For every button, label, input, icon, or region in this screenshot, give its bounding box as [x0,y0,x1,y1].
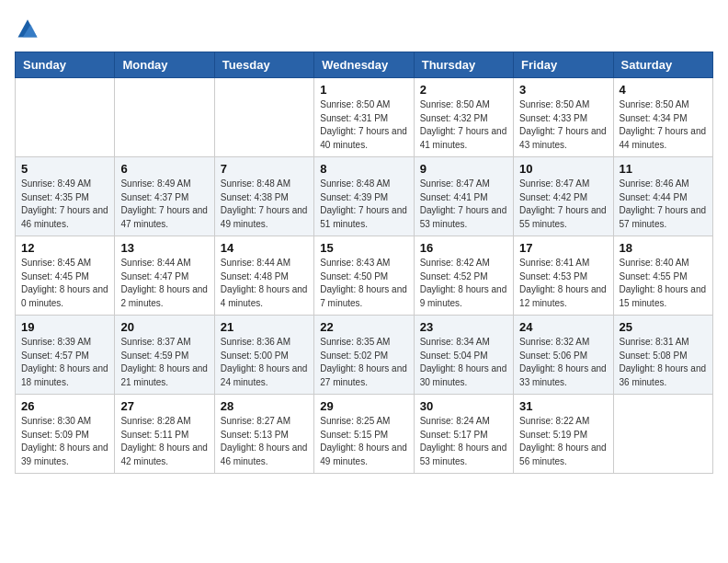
calendar-cell: 15Sunrise: 8:43 AM Sunset: 4:50 PM Dayli… [314,236,414,316]
weekday-header-tuesday: Tuesday [214,52,313,78]
day-number: 3 [519,83,607,97]
calendar-cell [613,395,712,474]
weekday-header-thursday: Thursday [414,52,513,78]
calendar-cell: 23Sunrise: 8:34 AM Sunset: 5:04 PM Dayli… [414,316,513,395]
day-info: Sunrise: 8:44 AM Sunset: 4:48 PM Dayligh… [221,257,308,310]
day-info: Sunrise: 8:31 AM Sunset: 5:08 PM Dayligh… [620,336,707,389]
day-info: Sunrise: 8:39 AM Sunset: 4:57 PM Dayligh… [21,336,108,389]
calendar-cell: 16Sunrise: 8:42 AM Sunset: 4:52 PM Dayli… [414,236,513,316]
day-info: Sunrise: 8:48 AM Sunset: 4:38 PM Dayligh… [221,178,308,231]
day-number: 13 [120,241,208,255]
day-number: 23 [420,320,507,334]
day-info: Sunrise: 8:50 AM Sunset: 4:34 PM Dayligh… [620,98,707,152]
day-info: Sunrise: 8:46 AM Sunset: 4:44 PM Dayligh… [620,178,707,231]
day-info: Sunrise: 8:34 AM Sunset: 5:04 PM Dayligh… [420,336,507,389]
day-info: Sunrise: 8:25 AM Sunset: 5:15 PM Dayligh… [320,415,407,468]
day-info: Sunrise: 8:37 AM Sunset: 4:59 PM Dayligh… [120,336,208,389]
calendar-week-3: 12Sunrise: 8:45 AM Sunset: 4:45 PM Dayli… [16,236,713,316]
day-info: Sunrise: 8:49 AM Sunset: 4:35 PM Dayligh… [21,178,108,231]
day-info: Sunrise: 8:27 AM Sunset: 5:13 PM Dayligh… [221,415,308,468]
day-number: 24 [519,320,607,334]
calendar-cell: 2Sunrise: 8:50 AM Sunset: 4:32 PM Daylig… [414,78,513,157]
calendar-week-2: 5Sunrise: 8:49 AM Sunset: 4:35 PM Daylig… [16,157,713,236]
day-info: Sunrise: 8:47 AM Sunset: 4:42 PM Dayligh… [519,178,607,231]
calendar-week-5: 26Sunrise: 8:30 AM Sunset: 5:09 PM Dayli… [16,395,713,474]
day-number: 11 [620,162,707,176]
day-info: Sunrise: 8:22 AM Sunset: 5:19 PM Dayligh… [519,415,607,468]
calendar-cell: 4Sunrise: 8:50 AM Sunset: 4:34 PM Daylig… [613,78,712,157]
calendar-cell: 29Sunrise: 8:25 AM Sunset: 5:15 PM Dayli… [314,395,414,474]
day-number: 4 [620,83,707,97]
day-info: Sunrise: 8:50 AM Sunset: 4:32 PM Dayligh… [420,98,507,152]
calendar-cell: 24Sunrise: 8:32 AM Sunset: 5:06 PM Dayli… [514,316,613,395]
calendar-week-1: 1Sunrise: 8:50 AM Sunset: 4:31 PM Daylig… [16,78,713,157]
calendar-cell: 21Sunrise: 8:36 AM Sunset: 5:00 PM Dayli… [214,316,313,395]
day-number: 19 [21,320,108,334]
day-number: 17 [519,241,607,255]
calendar-cell: 18Sunrise: 8:40 AM Sunset: 4:55 PM Dayli… [613,236,712,316]
calendar-cell: 19Sunrise: 8:39 AM Sunset: 4:57 PM Dayli… [16,316,115,395]
day-number: 8 [320,162,407,176]
calendar-cell [214,78,313,157]
logo [15,15,44,40]
day-number: 12 [21,241,108,255]
day-number: 27 [120,399,208,413]
calendar-table: SundayMondayTuesdayWednesdayThursdayFrid… [15,52,713,474]
calendar-cell: 14Sunrise: 8:44 AM Sunset: 4:48 PM Dayli… [214,236,313,316]
calendar-cell: 3Sunrise: 8:50 AM Sunset: 4:33 PM Daylig… [514,78,613,157]
calendar-cell: 11Sunrise: 8:46 AM Sunset: 4:44 PM Dayli… [613,157,712,236]
calendar-cell [16,78,115,157]
day-info: Sunrise: 8:36 AM Sunset: 5:00 PM Dayligh… [221,336,308,389]
calendar-cell: 28Sunrise: 8:27 AM Sunset: 5:13 PM Dayli… [214,395,313,474]
page-header [15,15,713,40]
weekday-header-wednesday: Wednesday [314,52,414,78]
calendar-cell: 12Sunrise: 8:45 AM Sunset: 4:45 PM Dayli… [16,236,115,316]
day-info: Sunrise: 8:44 AM Sunset: 4:47 PM Dayligh… [120,257,208,310]
day-info: Sunrise: 8:49 AM Sunset: 4:37 PM Dayligh… [120,178,208,231]
day-info: Sunrise: 8:41 AM Sunset: 4:53 PM Dayligh… [519,257,607,310]
day-number: 9 [420,162,507,176]
day-number: 7 [221,162,308,176]
day-info: Sunrise: 8:32 AM Sunset: 5:06 PM Dayligh… [519,336,607,389]
weekday-header-sunday: Sunday [16,52,115,78]
day-number: 29 [320,399,407,413]
calendar-cell: 6Sunrise: 8:49 AM Sunset: 4:37 PM Daylig… [115,157,214,236]
day-info: Sunrise: 8:48 AM Sunset: 4:39 PM Dayligh… [320,178,407,231]
calendar-cell: 17Sunrise: 8:41 AM Sunset: 4:53 PM Dayli… [514,236,613,316]
day-info: Sunrise: 8:24 AM Sunset: 5:17 PM Dayligh… [420,415,507,468]
day-number: 2 [420,83,507,97]
day-number: 20 [120,320,208,334]
day-number: 16 [420,241,507,255]
logo-icon [15,15,40,40]
day-info: Sunrise: 8:28 AM Sunset: 5:11 PM Dayligh… [120,415,208,468]
day-info: Sunrise: 8:50 AM Sunset: 4:33 PM Dayligh… [519,98,607,152]
day-number: 25 [620,320,707,334]
calendar-cell: 31Sunrise: 8:22 AM Sunset: 5:19 PM Dayli… [514,395,613,474]
calendar-cell: 13Sunrise: 8:44 AM Sunset: 4:47 PM Dayli… [115,236,214,316]
calendar-cell [115,78,214,157]
weekday-header-friday: Friday [514,52,613,78]
calendar-cell: 30Sunrise: 8:24 AM Sunset: 5:17 PM Dayli… [414,395,513,474]
day-number: 15 [320,241,407,255]
calendar-cell: 8Sunrise: 8:48 AM Sunset: 4:39 PM Daylig… [314,157,414,236]
weekday-header-monday: Monday [115,52,214,78]
calendar-week-4: 19Sunrise: 8:39 AM Sunset: 4:57 PM Dayli… [16,316,713,395]
day-number: 21 [221,320,308,334]
day-number: 5 [21,162,108,176]
day-number: 1 [320,83,407,97]
day-info: Sunrise: 8:35 AM Sunset: 5:02 PM Dayligh… [320,336,407,389]
calendar-cell: 1Sunrise: 8:50 AM Sunset: 4:31 PM Daylig… [314,78,414,157]
calendar-cell: 5Sunrise: 8:49 AM Sunset: 4:35 PM Daylig… [16,157,115,236]
calendar-cell: 10Sunrise: 8:47 AM Sunset: 4:42 PM Dayli… [514,157,613,236]
calendar-cell: 26Sunrise: 8:30 AM Sunset: 5:09 PM Dayli… [16,395,115,474]
day-info: Sunrise: 8:45 AM Sunset: 4:45 PM Dayligh… [21,257,108,310]
day-number: 28 [221,399,308,413]
calendar-cell: 25Sunrise: 8:31 AM Sunset: 5:08 PM Dayli… [613,316,712,395]
day-number: 14 [221,241,308,255]
day-number: 26 [21,399,108,413]
day-number: 30 [420,399,507,413]
day-number: 10 [519,162,607,176]
calendar-cell: 20Sunrise: 8:37 AM Sunset: 4:59 PM Dayli… [115,316,214,395]
day-info: Sunrise: 8:43 AM Sunset: 4:50 PM Dayligh… [320,257,407,310]
calendar-cell: 27Sunrise: 8:28 AM Sunset: 5:11 PM Dayli… [115,395,214,474]
